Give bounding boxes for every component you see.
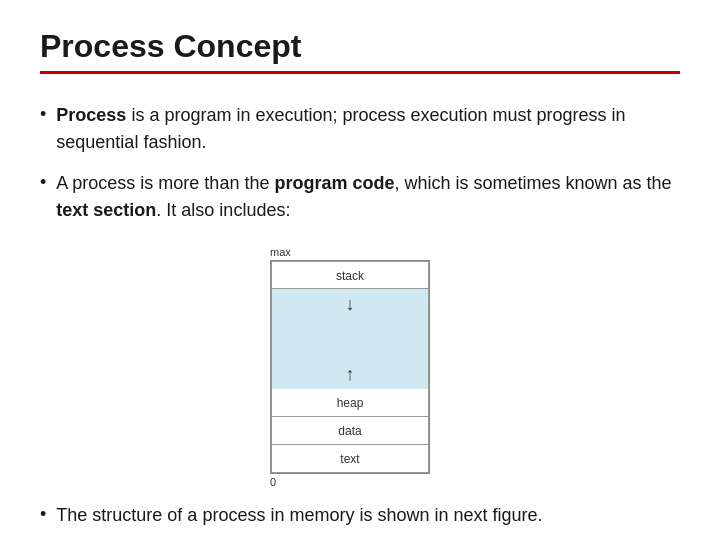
heap-section: heap bbox=[271, 389, 429, 417]
empty-top-section bbox=[271, 319, 429, 359]
bullet1-bold: Process bbox=[56, 105, 126, 125]
title-section: Process Concept bbox=[40, 28, 680, 92]
bullet-icon-3: • bbox=[40, 504, 46, 525]
diagram-max-label: max bbox=[270, 246, 293, 258]
bullet-item-3: • The structure of a process in memory i… bbox=[40, 502, 680, 529]
arrow-up-section: ↑ bbox=[271, 359, 429, 389]
diagram-zero-label: 0 bbox=[270, 476, 278, 488]
slide: Process Concept • Process is a program i… bbox=[0, 0, 720, 540]
bullet2-text-section: text section bbox=[56, 200, 156, 220]
bullet-text-1: Process is a program in execution; proce… bbox=[56, 102, 680, 156]
bullet-icon-2: • bbox=[40, 172, 46, 193]
memory-diagram: stack ↓ ↑ heap data text bbox=[270, 260, 430, 474]
down-arrow-icon: ↓ bbox=[346, 294, 355, 315]
arrow-down-section: ↓ bbox=[271, 289, 429, 319]
bullet-item-1: • Process is a program in execution; pro… bbox=[40, 102, 680, 156]
memory-diagram-wrapper: max stack ↓ ↑ heap data text 0 bbox=[270, 246, 450, 488]
diagram-container: max stack ↓ ↑ heap data text 0 bbox=[40, 246, 680, 488]
bullet1-text: is a program in execution; process execu… bbox=[56, 105, 625, 152]
content-area: • Process is a program in execution; pro… bbox=[40, 102, 680, 540]
title-underline bbox=[40, 71, 680, 74]
stack-section: stack bbox=[271, 261, 429, 289]
bullet2-text-c: . It also includes: bbox=[156, 200, 290, 220]
bullet2-text-b: , which is sometimes known as the bbox=[394, 173, 671, 193]
bullet2-program-code: program code bbox=[274, 173, 394, 193]
slide-title: Process Concept bbox=[40, 28, 680, 65]
data-section: data bbox=[271, 417, 429, 445]
up-arrow-icon: ↑ bbox=[346, 364, 355, 385]
bullet-text-3: The structure of a process in memory is … bbox=[56, 502, 542, 529]
text-section: text bbox=[271, 445, 429, 473]
bullet2-text-a: A process is more than the bbox=[56, 173, 274, 193]
bullet-item-2: • A process is more than the program cod… bbox=[40, 170, 680, 224]
bullet-text-2: A process is more than the program code,… bbox=[56, 170, 680, 224]
bullet-icon-1: • bbox=[40, 104, 46, 125]
